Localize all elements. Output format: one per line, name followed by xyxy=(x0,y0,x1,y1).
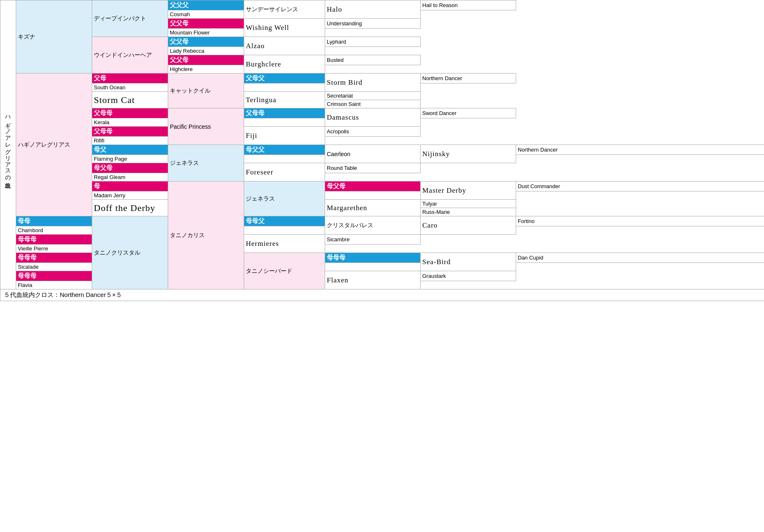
acropolis-cell: Acropolis xyxy=(325,127,421,137)
chichi-cell: キズナ xyxy=(16,0,92,74)
cattquil-cell: キャットクイル xyxy=(168,74,244,108)
sword-cell: Sword Dancer xyxy=(421,108,516,118)
kerala-cell: Kerala xyxy=(92,118,168,127)
damascus-cell: Damascus xyxy=(325,108,421,127)
south-cell: South Ocean xyxy=(92,83,168,92)
russ-cell: Russ-Marie xyxy=(421,208,516,216)
chichi-chichi-cell: ディープインパクト xyxy=(92,0,168,37)
seabird-cell: Sea-Bird xyxy=(421,253,516,271)
footer-cell: ５代血統内クロス：Northern Dancer５×５ xyxy=(0,289,764,301)
vieille-cell: Vieille Pierre xyxy=(16,245,92,253)
gen3-stormcat-label: 父母父 xyxy=(244,74,325,83)
fiji-cell: Fiji xyxy=(244,127,325,145)
gen2-haha-chichi-label: 母父 xyxy=(92,145,168,155)
pedigree-table: ハギノアレグリアスの血統 キズナ ディープインパクト 父父父 サンデーサイレンス… xyxy=(0,0,764,301)
tulyar-cell: Tulyar xyxy=(421,200,516,208)
understanding-cell: Understanding xyxy=(325,19,421,29)
taninokaris-cell: タニノカリス xyxy=(168,181,244,289)
storm-cat-cell: Storm Cat xyxy=(92,92,168,108)
flavia-cell: Flavia xyxy=(16,281,92,289)
gen3-haha-chichi-chichi-label: 母父父 xyxy=(244,145,325,155)
northern1-cell: Northern Dancer xyxy=(421,74,516,83)
gen2-haha-haha-label: 母母 xyxy=(16,216,92,226)
gen1-haha-label: 母 xyxy=(92,181,168,191)
gen3-haha-haha-chichi-label: 母父母 xyxy=(325,181,421,191)
doff-derby-cell: Doff the Derby xyxy=(92,200,168,216)
gen3-chichi-haha-chichi-label: 父父母 xyxy=(168,37,244,47)
main-label: ハギノアレグリアスの血統 xyxy=(0,0,16,289)
hermieres-cell: Hermieres xyxy=(244,235,325,253)
sunday-silence-cell: サンデーサイレンス xyxy=(244,0,325,19)
graustark-cell: Graustark xyxy=(421,271,516,281)
alzao-cell: Alzao xyxy=(244,37,325,55)
terlingua-cell: Terlingua xyxy=(244,92,325,108)
regal-cell: Regal Gleam xyxy=(92,173,168,181)
highclere-cell: Highclere xyxy=(168,65,244,74)
crystal-palace-cell: クリスタルパレス xyxy=(325,216,421,235)
foreseer-cell: Foreseer xyxy=(244,163,325,181)
gen3-pacific-chichi-label: 父母母 xyxy=(244,108,325,118)
master-derby-cell: Master Derby xyxy=(421,181,516,200)
taninocrystal-cell: タニノクリスタル xyxy=(92,216,168,289)
northern2-cell: Northern Dancer xyxy=(516,145,764,155)
gen3-chichi-chichi-haha-label: 父父母 xyxy=(168,19,244,29)
nijinsky-cell: Nijinsky xyxy=(421,145,516,163)
gen3-tanino-haha-label: 母母母 xyxy=(16,271,92,281)
cosmah-cell: Cosmah xyxy=(168,10,244,19)
taninobird-cell: タニノシーバード xyxy=(244,253,325,289)
crimson-cell: Crimson Saint xyxy=(325,100,421,108)
lady-cell: Lady Rebecca xyxy=(168,47,244,55)
busted-cell: Busted xyxy=(325,55,421,65)
mountain-cell: Mountain Flower xyxy=(168,29,244,37)
halo-cell: Halo xyxy=(325,0,421,19)
sicambre-cell: Sicambre xyxy=(325,235,421,245)
caerleon-cell: Caerleon xyxy=(325,145,421,163)
secretariat-cell: Secretariat xyxy=(325,92,421,100)
gen3-chichi-chichi-label: 父父父 xyxy=(168,0,244,10)
flaming-cell: Flaming Page xyxy=(92,155,168,163)
dust-cell: Dust Commander xyxy=(516,181,764,191)
gen2-haha-haha-haha-label: 母母母 xyxy=(16,253,92,263)
madam-cell: Madam Jerry xyxy=(92,191,168,200)
gen3-pacific-haha-label: 父母母 xyxy=(92,127,168,137)
dan-cell: Dan Cupid xyxy=(516,253,764,263)
gen3-tanino-chichi-label: 母母母 xyxy=(325,253,421,263)
chambord-cell: Chambord xyxy=(16,226,92,235)
wishing-well-cell: Wishing Well xyxy=(244,19,325,37)
gen3-haha-haha-chichi-label: 母母父 xyxy=(244,216,325,226)
sicalade-cell: Sicalade xyxy=(16,263,92,271)
gen2-chichi-haha-label: 父母 xyxy=(92,74,168,83)
gen3-haha-chichi-haha-label: 母父母 xyxy=(92,163,168,173)
fortino-cell: Fortino xyxy=(516,216,764,226)
gen3-chichi-haha-haha2-label: 父母母 xyxy=(92,108,168,118)
caro-cell: Caro xyxy=(421,216,516,235)
margarethen-cell: Margarethen xyxy=(325,200,421,216)
round-cell: Round Table xyxy=(325,163,421,173)
pacific-parent-cell: Pacific Princess xyxy=(168,108,244,145)
haha-parent-cell: ハギノアレグリアス xyxy=(16,74,92,216)
gen3-haha-haha-haha-label: 母母母 xyxy=(16,235,92,245)
flaxen-cell: Flaxen xyxy=(325,271,421,289)
lyphard-cell: Lyphard xyxy=(325,37,421,47)
generous2-cell: ジェネラス xyxy=(244,181,325,216)
burghclere-cell: Burghclere xyxy=(244,55,325,74)
generous-cell: ジェネラス xyxy=(168,145,244,181)
main-label-text: ハギノアレグリアスの血統 xyxy=(5,112,12,178)
storm-bird-cell: Storm Bird xyxy=(325,74,421,92)
wind-parent-cell: ウインドインハーヘア xyxy=(92,37,168,74)
gen3-chichi-haha-haha-label: 父父母 xyxy=(168,55,244,65)
hail-cell: Hail to Reason xyxy=(421,0,516,10)
rififi-cell: Rififi xyxy=(92,137,168,145)
